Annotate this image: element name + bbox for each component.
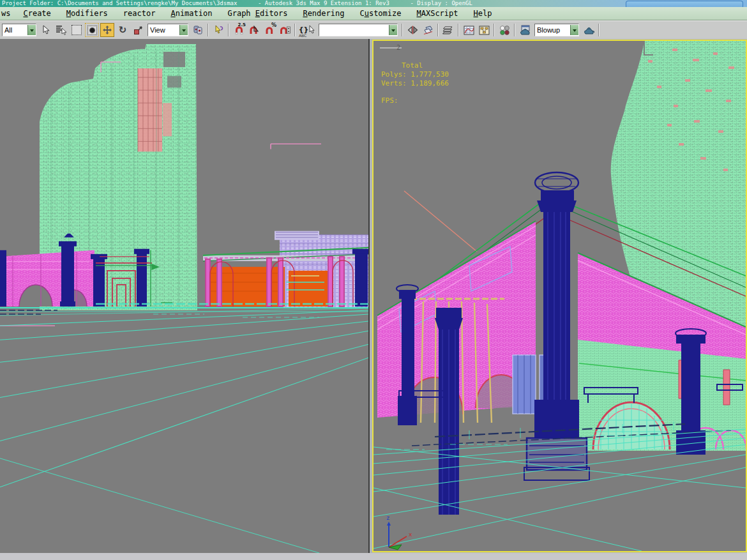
- menu-item-help[interactable]: Help: [466, 9, 500, 18]
- title-text: Project Folder: C:\Documents and Setting…: [2, 0, 472, 7]
- percent-snap-label: %: [271, 22, 276, 28]
- chevron-down-icon[interactable]: [570, 25, 578, 35]
- chevron-down-icon[interactable]: [27, 25, 36, 35]
- mirror-button[interactable]: [405, 23, 419, 37]
- select-by-name-icon: [56, 25, 67, 35]
- stats-polys: Polys: 1,777,530: [381, 70, 449, 79]
- toolbar-separator: [207, 24, 209, 36]
- selection-region-icon: [72, 25, 82, 35]
- menu-item-reactor[interactable]: reactor: [116, 9, 163, 18]
- spinner-snap-button[interactable]: [278, 23, 292, 37]
- quick-render-button[interactable]: [582, 23, 596, 37]
- select-arrow-icon: [42, 25, 50, 35]
- toolbar-separator: [437, 24, 439, 36]
- rectangular-selection-button[interactable]: [70, 23, 84, 37]
- menu-item-rendering[interactable]: Rendering: [295, 9, 352, 18]
- reference-coordinate-dropdown[interactable]: View: [147, 24, 188, 36]
- bottom-strip: [0, 553, 747, 560]
- pivot-center-icon: [193, 25, 203, 35]
- snap-toggle-button[interactable]: 2.5: [232, 23, 246, 37]
- curve-editor-button[interactable]: [462, 23, 476, 37]
- menu-item-graph-editors[interactable]: Graph Editors: [220, 9, 295, 18]
- teal-ground-lines: [0, 304, 368, 553]
- axis-tripod: z x: [386, 515, 412, 550]
- viewport-number: 2: [396, 44, 400, 51]
- abc-label: ABC: [299, 33, 306, 38]
- toolbar-separator: [228, 24, 229, 36]
- viewport-label: 2: [380, 44, 402, 51]
- stats-verts: Verts: 1,189,666: [381, 79, 449, 87]
- salmon-diagonal-spline: [404, 191, 477, 252]
- selection-filter-dropdown[interactable]: All: [2, 24, 36, 36]
- window-crossing-icon: [87, 26, 97, 35]
- select-by-name-button[interactable]: [54, 23, 68, 37]
- select-manipulate-button[interactable]: [211, 23, 225, 37]
- select-move-button[interactable]: [100, 23, 114, 37]
- named-selection-sets-button[interactable]: {} ABC: [298, 23, 316, 37]
- menu-item-create[interactable]: Create: [15, 9, 58, 18]
- chevron-down-icon[interactable]: [179, 25, 188, 35]
- spinner-snap-icon: [280, 26, 290, 35]
- snap-25-label: 2.5: [238, 22, 246, 27]
- magenta-archway: [0, 250, 94, 306]
- right-viewport-scene: 2 Total Polys: 1,777,530 Verts: 1,189,66…: [374, 41, 746, 551]
- menu-item-modifiers[interactable]: Modifiers: [59, 9, 116, 18]
- scale-icon: [133, 26, 143, 35]
- angle-snap-icon: [249, 26, 259, 35]
- axis-x-label: x: [409, 531, 412, 538]
- toolbar-separator: [494, 24, 495, 36]
- selection-filter-value: All: [3, 26, 27, 34]
- viewport-left[interactable]: [0, 39, 370, 553]
- menu-item-customize[interactable]: Customize: [352, 9, 409, 18]
- viewport-statistics: Total Polys: 1,777,530 Verts: 1,189,666 …: [381, 61, 449, 105]
- left-viewport-scene: [0, 39, 368, 553]
- menu-item-maxscript[interactable]: MAXScript: [409, 9, 465, 18]
- toolbar-separator: [294, 24, 296, 36]
- render-type-value: Blowup: [535, 26, 570, 34]
- use-pivot-center-button[interactable]: [191, 23, 205, 37]
- toolbar-separator: [458, 24, 459, 36]
- quick-render-teapot-icon: [583, 26, 595, 34]
- align-icon: [423, 26, 434, 35]
- toolbar-separator: [514, 24, 515, 36]
- material-editor-button[interactable]: [497, 23, 511, 37]
- manipulate-icon: [213, 25, 223, 35]
- title-bar: Project Folder: C:\Documents and Setting…: [0, 0, 747, 7]
- window-crossing-toggle[interactable]: [85, 23, 99, 37]
- axis-z-label: z: [386, 515, 389, 521]
- toolbar-separator: [402, 24, 403, 36]
- stats-fps: FPS:: [381, 96, 398, 105]
- render-scene-button[interactable]: [518, 23, 532, 37]
- percent-snap-button[interactable]: %: [262, 23, 276, 37]
- chevron-down-icon[interactable]: [389, 25, 397, 35]
- navy-ground-dashes: [0, 310, 57, 314]
- layer-manager-button[interactable]: [441, 23, 455, 37]
- render-scene-icon: [519, 25, 531, 36]
- stats-total-label: Total: [402, 61, 423, 70]
- schematic-view-icon: [479, 26, 490, 35]
- align-button[interactable]: [421, 23, 435, 37]
- reference-coordinate-value: View: [148, 26, 179, 34]
- select-object-button[interactable]: [39, 23, 53, 37]
- schematic-view-button[interactable]: [477, 23, 491, 37]
- viewport-area: 2 Total Polys: 1,777,530 Verts: 1,189,66…: [0, 39, 747, 553]
- menu-item-views-partial[interactable]: ws: [0, 9, 15, 18]
- move-icon: [102, 25, 112, 35]
- render-type-dropdown[interactable]: Blowup: [534, 24, 579, 36]
- select-scale-button[interactable]: [131, 23, 145, 37]
- main-toolbar: All: [0, 20, 747, 40]
- menu-bar: ws Create Modifiers reactor Animation Gr…: [0, 7, 747, 20]
- braces-icon: {}: [299, 27, 309, 33]
- material-editor-icon: [499, 25, 510, 36]
- select-rotate-button[interactable]: ↻: [116, 23, 130, 37]
- rotate-icon: ↻: [119, 26, 127, 35]
- curve-editor-icon: [464, 26, 474, 35]
- toolbar-end-groove: [598, 24, 600, 36]
- viewport-right-active[interactable]: 2 Total Polys: 1,777,530 Verts: 1,189,66…: [372, 40, 747, 552]
- menu-item-animation[interactable]: Animation: [163, 9, 220, 18]
- mirror-icon: [407, 26, 418, 34]
- layers-icon: [442, 25, 454, 35]
- named-selection-dropdown[interactable]: [319, 24, 398, 36]
- select-arrow-icon: [308, 26, 315, 34]
- angle-snap-button[interactable]: [247, 23, 261, 37]
